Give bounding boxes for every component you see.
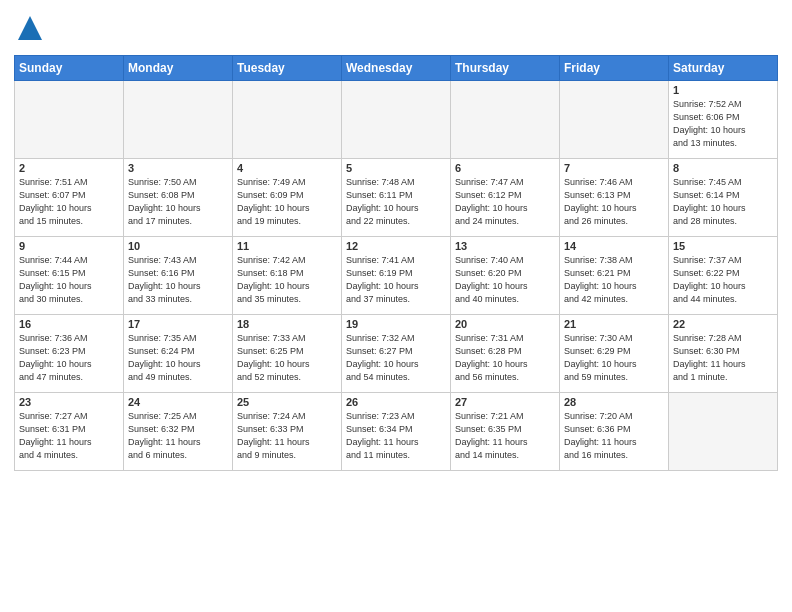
day-number: 23 — [19, 396, 119, 408]
day-info: Sunrise: 7:46 AM Sunset: 6:13 PM Dayligh… — [564, 176, 664, 228]
calendar-cell: 9Sunrise: 7:44 AM Sunset: 6:15 PM Daylig… — [15, 236, 124, 314]
day-number: 3 — [128, 162, 228, 174]
week-row-3: 16Sunrise: 7:36 AM Sunset: 6:23 PM Dayli… — [15, 314, 778, 392]
day-info: Sunrise: 7:47 AM Sunset: 6:12 PM Dayligh… — [455, 176, 555, 228]
day-info: Sunrise: 7:23 AM Sunset: 6:34 PM Dayligh… — [346, 410, 446, 462]
calendar-cell: 6Sunrise: 7:47 AM Sunset: 6:12 PM Daylig… — [451, 158, 560, 236]
day-info: Sunrise: 7:30 AM Sunset: 6:29 PM Dayligh… — [564, 332, 664, 384]
calendar-cell: 7Sunrise: 7:46 AM Sunset: 6:13 PM Daylig… — [560, 158, 669, 236]
day-info: Sunrise: 7:49 AM Sunset: 6:09 PM Dayligh… — [237, 176, 337, 228]
day-number: 2 — [19, 162, 119, 174]
day-info: Sunrise: 7:20 AM Sunset: 6:36 PM Dayligh… — [564, 410, 664, 462]
weekday-header-friday: Friday — [560, 55, 669, 80]
day-number: 5 — [346, 162, 446, 174]
day-number: 17 — [128, 318, 228, 330]
calendar-cell: 23Sunrise: 7:27 AM Sunset: 6:31 PM Dayli… — [15, 392, 124, 470]
calendar-cell: 21Sunrise: 7:30 AM Sunset: 6:29 PM Dayli… — [560, 314, 669, 392]
day-number: 27 — [455, 396, 555, 408]
page: SundayMondayTuesdayWednesdayThursdayFrid… — [0, 0, 792, 612]
calendar-cell: 8Sunrise: 7:45 AM Sunset: 6:14 PM Daylig… — [669, 158, 778, 236]
day-info: Sunrise: 7:45 AM Sunset: 6:14 PM Dayligh… — [673, 176, 773, 228]
weekday-header-saturday: Saturday — [669, 55, 778, 80]
calendar-cell: 24Sunrise: 7:25 AM Sunset: 6:32 PM Dayli… — [124, 392, 233, 470]
day-info: Sunrise: 7:35 AM Sunset: 6:24 PM Dayligh… — [128, 332, 228, 384]
calendar-cell: 14Sunrise: 7:38 AM Sunset: 6:21 PM Dayli… — [560, 236, 669, 314]
day-number: 20 — [455, 318, 555, 330]
day-info: Sunrise: 7:41 AM Sunset: 6:19 PM Dayligh… — [346, 254, 446, 306]
day-number: 9 — [19, 240, 119, 252]
calendar-cell: 1Sunrise: 7:52 AM Sunset: 6:06 PM Daylig… — [669, 80, 778, 158]
calendar-cell: 28Sunrise: 7:20 AM Sunset: 6:36 PM Dayli… — [560, 392, 669, 470]
day-info: Sunrise: 7:28 AM Sunset: 6:30 PM Dayligh… — [673, 332, 773, 384]
week-row-4: 23Sunrise: 7:27 AM Sunset: 6:31 PM Dayli… — [15, 392, 778, 470]
day-number: 19 — [346, 318, 446, 330]
calendar-cell: 20Sunrise: 7:31 AM Sunset: 6:28 PM Dayli… — [451, 314, 560, 392]
calendar-cell: 3Sunrise: 7:50 AM Sunset: 6:08 PM Daylig… — [124, 158, 233, 236]
day-info: Sunrise: 7:27 AM Sunset: 6:31 PM Dayligh… — [19, 410, 119, 462]
day-info: Sunrise: 7:51 AM Sunset: 6:07 PM Dayligh… — [19, 176, 119, 228]
calendar-cell: 11Sunrise: 7:42 AM Sunset: 6:18 PM Dayli… — [233, 236, 342, 314]
calendar-cell — [233, 80, 342, 158]
weekday-header-row: SundayMondayTuesdayWednesdayThursdayFrid… — [15, 55, 778, 80]
weekday-header-monday: Monday — [124, 55, 233, 80]
calendar-cell: 13Sunrise: 7:40 AM Sunset: 6:20 PM Dayli… — [451, 236, 560, 314]
day-number: 15 — [673, 240, 773, 252]
weekday-header-thursday: Thursday — [451, 55, 560, 80]
day-info: Sunrise: 7:36 AM Sunset: 6:23 PM Dayligh… — [19, 332, 119, 384]
day-info: Sunrise: 7:52 AM Sunset: 6:06 PM Dayligh… — [673, 98, 773, 150]
day-info: Sunrise: 7:24 AM Sunset: 6:33 PM Dayligh… — [237, 410, 337, 462]
day-number: 28 — [564, 396, 664, 408]
weekday-header-wednesday: Wednesday — [342, 55, 451, 80]
day-info: Sunrise: 7:21 AM Sunset: 6:35 PM Dayligh… — [455, 410, 555, 462]
day-info: Sunrise: 7:32 AM Sunset: 6:27 PM Dayligh… — [346, 332, 446, 384]
logo — [14, 14, 44, 47]
day-info: Sunrise: 7:50 AM Sunset: 6:08 PM Dayligh… — [128, 176, 228, 228]
svg-marker-0 — [18, 16, 42, 40]
week-row-0: 1Sunrise: 7:52 AM Sunset: 6:06 PM Daylig… — [15, 80, 778, 158]
calendar-cell: 22Sunrise: 7:28 AM Sunset: 6:30 PM Dayli… — [669, 314, 778, 392]
calendar-cell: 17Sunrise: 7:35 AM Sunset: 6:24 PM Dayli… — [124, 314, 233, 392]
calendar-cell — [560, 80, 669, 158]
calendar-cell: 12Sunrise: 7:41 AM Sunset: 6:19 PM Dayli… — [342, 236, 451, 314]
day-info: Sunrise: 7:37 AM Sunset: 6:22 PM Dayligh… — [673, 254, 773, 306]
day-number: 14 — [564, 240, 664, 252]
day-number: 8 — [673, 162, 773, 174]
day-info: Sunrise: 7:25 AM Sunset: 6:32 PM Dayligh… — [128, 410, 228, 462]
day-number: 7 — [564, 162, 664, 174]
day-number: 4 — [237, 162, 337, 174]
day-info: Sunrise: 7:40 AM Sunset: 6:20 PM Dayligh… — [455, 254, 555, 306]
day-number: 12 — [346, 240, 446, 252]
day-number: 10 — [128, 240, 228, 252]
calendar-cell: 2Sunrise: 7:51 AM Sunset: 6:07 PM Daylig… — [15, 158, 124, 236]
day-number: 26 — [346, 396, 446, 408]
calendar-cell: 26Sunrise: 7:23 AM Sunset: 6:34 PM Dayli… — [342, 392, 451, 470]
day-number: 6 — [455, 162, 555, 174]
calendar-cell — [15, 80, 124, 158]
day-number: 1 — [673, 84, 773, 96]
day-info: Sunrise: 7:33 AM Sunset: 6:25 PM Dayligh… — [237, 332, 337, 384]
week-row-1: 2Sunrise: 7:51 AM Sunset: 6:07 PM Daylig… — [15, 158, 778, 236]
day-number: 18 — [237, 318, 337, 330]
day-number: 11 — [237, 240, 337, 252]
calendar-cell: 18Sunrise: 7:33 AM Sunset: 6:25 PM Dayli… — [233, 314, 342, 392]
calendar-cell: 4Sunrise: 7:49 AM Sunset: 6:09 PM Daylig… — [233, 158, 342, 236]
calendar-cell: 19Sunrise: 7:32 AM Sunset: 6:27 PM Dayli… — [342, 314, 451, 392]
weekday-header-sunday: Sunday — [15, 55, 124, 80]
calendar-cell: 15Sunrise: 7:37 AM Sunset: 6:22 PM Dayli… — [669, 236, 778, 314]
day-number: 24 — [128, 396, 228, 408]
week-row-2: 9Sunrise: 7:44 AM Sunset: 6:15 PM Daylig… — [15, 236, 778, 314]
day-number: 16 — [19, 318, 119, 330]
day-number: 13 — [455, 240, 555, 252]
calendar-cell: 25Sunrise: 7:24 AM Sunset: 6:33 PM Dayli… — [233, 392, 342, 470]
day-info: Sunrise: 7:42 AM Sunset: 6:18 PM Dayligh… — [237, 254, 337, 306]
calendar-cell — [342, 80, 451, 158]
day-info: Sunrise: 7:48 AM Sunset: 6:11 PM Dayligh… — [346, 176, 446, 228]
day-number: 22 — [673, 318, 773, 330]
calendar-cell: 16Sunrise: 7:36 AM Sunset: 6:23 PM Dayli… — [15, 314, 124, 392]
header — [14, 10, 778, 47]
calendar-cell — [669, 392, 778, 470]
logo-icon — [16, 14, 44, 42]
day-info: Sunrise: 7:44 AM Sunset: 6:15 PM Dayligh… — [19, 254, 119, 306]
weekday-header-tuesday: Tuesday — [233, 55, 342, 80]
day-number: 25 — [237, 396, 337, 408]
